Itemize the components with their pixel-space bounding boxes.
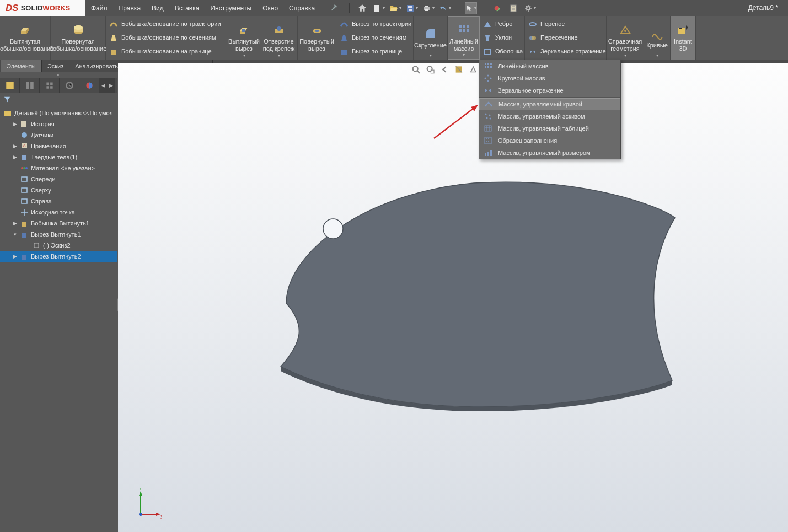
undo-icon[interactable]: ▾ — [439, 2, 451, 14]
loft-cut-button[interactable]: Вырез по сечениям — [340, 31, 406, 45]
dropdown-circular-pattern[interactable]: Круговой массив — [479, 72, 620, 84]
tree-front-plane[interactable]: Спереди — [0, 174, 117, 185]
fm-scroll-right[interactable]: ▶ — [107, 78, 115, 93]
menu-edit[interactable]: Правка — [113, 4, 147, 12]
dropdown-linear-pattern[interactable]: Линейный массив — [479, 60, 620, 72]
dropdown-mirror[interactable]: Зеркальное отражение — [479, 84, 620, 96]
home-icon[interactable] — [356, 2, 368, 14]
svg-rect-19 — [341, 50, 347, 55]
svg-rect-3 — [409, 9, 412, 11]
zoom-area-icon[interactable] — [425, 65, 436, 76]
svg-point-29 — [532, 36, 536, 40]
fm-tab-config[interactable] — [40, 78, 60, 93]
dropdown-fill-pattern[interactable]: Образец заполнения — [479, 135, 620, 147]
zoom-fit-icon[interactable] — [411, 65, 422, 76]
menu-view[interactable]: Вид — [146, 4, 169, 12]
tab-sketch[interactable]: Эскиз — [42, 60, 69, 72]
mirror-button[interactable]: Зеркальное отражение — [528, 45, 606, 58]
fm-tab-dim[interactable] — [60, 78, 79, 93]
draft-button[interactable]: Уклон — [483, 31, 512, 45]
cut-more-column: Вырез по траектории Вырез по сечениям Вы… — [336, 16, 414, 60]
fm-tab-property[interactable] — [20, 78, 40, 93]
print-icon[interactable]: ▾ — [422, 2, 435, 14]
feature-filter[interactable] — [0, 93, 117, 105]
dropdown-sketch-pattern[interactable]: Массив, управляемый эскизом — [479, 110, 620, 122]
menu-insert[interactable]: Вставка — [169, 4, 205, 12]
view-orientation-icon[interactable] — [468, 65, 479, 76]
svg-point-56 — [427, 66, 432, 71]
svg-text:X: X — [160, 514, 162, 520]
menu-window[interactable]: Окно — [257, 4, 283, 12]
section-view-icon[interactable] — [454, 65, 465, 76]
curves-button[interactable]: Кривые ▾ — [644, 16, 671, 60]
fm-scroll-left[interactable]: ◀ — [99, 78, 107, 93]
svg-rect-34 — [26, 82, 29, 89]
rebuild-icon[interactable] — [491, 2, 503, 14]
tree-solid-bodies[interactable]: ▶Твердые тела(1) — [0, 152, 117, 163]
tree-top-plane[interactable]: Сверху — [0, 185, 117, 196]
shell-button[interactable]: Оболочка — [483, 45, 523, 58]
select-icon[interactable]: ▾ — [465, 2, 477, 14]
tree-annotations[interactable]: ▶AПримечания — [0, 141, 117, 152]
fillet-button[interactable]: Скругление ▾ — [414, 16, 448, 60]
svg-text:A: A — [23, 143, 26, 147]
tree-cut-extrude2[interactable]: ▶Вырез-Вытянуть2 — [0, 251, 117, 262]
sweep-cut-button[interactable]: Вырез по траектории — [340, 18, 411, 31]
linear-pattern-button[interactable]: Линейный массив ▾ — [448, 16, 480, 60]
dropdown-variable-pattern[interactable]: Массив, управляемый размером — [479, 147, 620, 159]
graphics-viewport[interactable]: ▾ ▾ Y X — [118, 63, 788, 532]
tree-material[interactable]: Материал <не указан> — [0, 163, 117, 174]
manager-tabs: ◀ ▶ — [0, 78, 117, 93]
tree-right-plane[interactable]: Справа — [0, 196, 117, 207]
settings-icon[interactable]: ▾ — [524, 2, 536, 14]
extrude-cut-button[interactable]: Вытянутый вырез ▾ — [228, 16, 260, 60]
svg-point-82 — [485, 114, 487, 115]
menu-tools[interactable]: Инструменты — [205, 4, 257, 12]
loft-boss-button[interactable]: Бобышка/основание по сечениям — [109, 31, 216, 45]
prev-view-icon[interactable] — [439, 65, 451, 76]
tab-features[interactable]: Элементы — [1, 60, 42, 72]
tree-root[interactable]: Деталь9 (По умолчанию<<По умол — [0, 108, 117, 119]
rib-button[interactable]: Ребро — [483, 18, 512, 31]
boundary-boss-button[interactable]: Бобышка/основание на границе — [109, 45, 212, 58]
fm-tab-feature[interactable] — [0, 78, 20, 93]
menu-help[interactable]: Справка — [283, 4, 320, 12]
ref-geometry-button[interactable]: Справочная геометрия ▾ — [607, 16, 644, 60]
svg-rect-51 — [22, 222, 26, 227]
sweep-boss-button[interactable]: Бобышка/основание по траектории — [109, 18, 221, 31]
dropdown-table-pattern[interactable]: Массив, управляемый таблицей — [479, 122, 620, 135]
tree-origin[interactable]: Исходная точка — [0, 207, 117, 218]
tree-boss-extrude1[interactable]: ▶Бобышка-Вытянуть1 — [0, 218, 117, 229]
tree-cut-extrude1[interactable]: ▾Вырез-Вытянуть1 — [0, 229, 117, 240]
tab-evaluate[interactable]: Анализировать — [69, 60, 124, 72]
top-menu-bar: DSSOLIDWORKS Файл Правка Вид Вставка Инс… — [0, 0, 788, 16]
new-icon[interactable]: ▾ — [373, 2, 385, 14]
fm-tab-display[interactable] — [79, 78, 99, 93]
tree-sensors[interactable]: Датчики — [0, 130, 117, 141]
dropdown-curve-pattern[interactable]: Массив, управляемый кривой — [479, 98, 620, 110]
revolve-boss-button[interactable]: Повернутая бобышка/основание — [51, 16, 106, 60]
svg-rect-48 — [22, 177, 27, 181]
tree-sketch2[interactable]: (-) Эскиз2 — [0, 240, 117, 251]
hole-wizard-button[interactable]: Отверстие под крепеж ▾ — [260, 16, 298, 60]
options-icon[interactable] — [507, 2, 519, 14]
intersect-button[interactable]: Пересечение — [528, 31, 578, 45]
svg-rect-40 — [21, 121, 26, 127]
svg-point-27 — [529, 23, 536, 26]
wrap-button[interactable]: Перенос — [528, 18, 565, 31]
menu-file[interactable]: Файл — [85, 4, 113, 12]
tree-history[interactable]: ▶История — [0, 119, 117, 130]
save-icon[interactable]: ▾ — [406, 2, 418, 14]
boundary-cut-button[interactable]: Вырез по границе — [340, 45, 402, 58]
svg-rect-71 — [490, 63, 492, 65]
svg-rect-70 — [487, 63, 489, 65]
open-icon[interactable]: ▾ — [389, 2, 401, 14]
svg-point-12 — [74, 25, 83, 30]
instant3d-button[interactable]: Instant 3D — [671, 16, 696, 60]
svg-rect-73 — [487, 66, 489, 68]
revolve-cut-button[interactable]: Повернутый вырез — [298, 16, 336, 60]
extrude-boss-button[interactable]: Вытянутая бобышка/основание — [0, 16, 51, 60]
pin-icon[interactable] — [325, 3, 336, 13]
svg-rect-22 — [467, 25, 469, 28]
ribbon: Вытянутая бобышка/основание Повернутая б… — [0, 16, 788, 60]
